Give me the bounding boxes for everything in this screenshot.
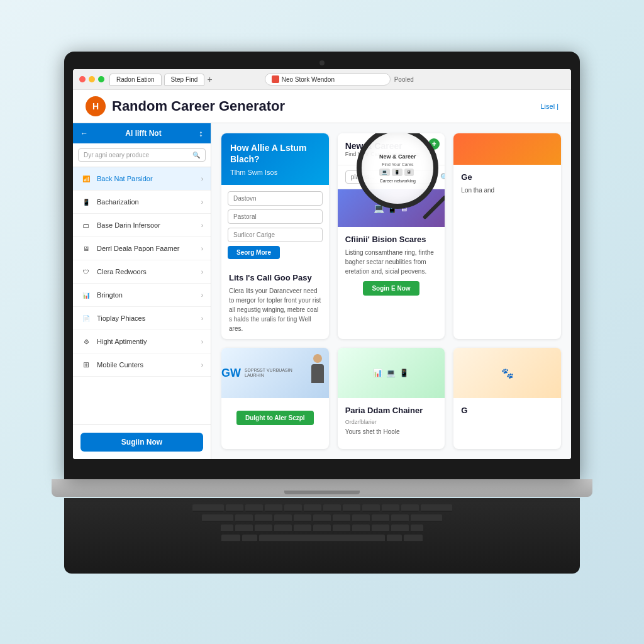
browser-tab-1[interactable]: Radon Eation xyxy=(109,74,162,86)
key-backspace xyxy=(421,504,452,512)
sidebar-search-input[interactable]: Dyr agni oeary produce 🔍 xyxy=(78,148,206,162)
laptop-hinge xyxy=(284,491,360,494)
site-logo: H Random Career Generator xyxy=(86,96,285,116)
laptop-camera xyxy=(319,60,325,65)
news-cta-button[interactable]: Sogin E Now xyxy=(363,281,419,296)
laptop-screen: Radon Eation Step Find + Neo Stork Wendo… xyxy=(73,69,571,459)
key-j xyxy=(352,514,370,522)
card-form-input-1[interactable] xyxy=(228,191,323,206)
key-c xyxy=(274,525,292,532)
row2-cta-button[interactable]: Dulght to Aler Sczpl xyxy=(236,411,314,425)
chevron-icon-5: › xyxy=(201,269,203,275)
key-e xyxy=(265,504,282,512)
chevron-icon-3: › xyxy=(201,222,203,229)
row2-logo-subtitle: SDPRSST VURBUASIN LAURHIN xyxy=(245,368,303,379)
key-alt xyxy=(242,535,257,542)
search-placeholder: Dyr agni oeary produce xyxy=(84,152,149,158)
chevron-icon-2: › xyxy=(201,199,203,206)
key-g xyxy=(313,514,331,522)
nav-label-3: Base Darin Infersoor xyxy=(97,221,160,229)
news-card-body-text: Listing consamthane ring, finthe bagher … xyxy=(345,248,438,276)
main-layout: ← Al lifft Not ↕ Dyr agni oeary produce … xyxy=(73,123,571,459)
minimize-dot[interactable] xyxy=(89,76,95,82)
nav-item-6[interactable]: Brington › xyxy=(73,284,211,307)
nav-label-7: Tioplay Phiaces xyxy=(97,314,145,322)
key-m xyxy=(352,525,370,532)
main-content: How Allie A Lstum Blach? Tlhm Swm Isos S… xyxy=(211,123,571,459)
nav-item-4[interactable]: Derrl Deala Papon Faamer › xyxy=(73,237,211,260)
favicon-icon xyxy=(272,75,279,83)
news-card-body: Cfiinii' Bision Scares Listing consamtha… xyxy=(338,227,445,308)
key-h xyxy=(333,514,350,522)
nav-icon-7 xyxy=(80,313,92,324)
laptop-keyboard xyxy=(64,498,580,574)
close-dot[interactable] xyxy=(79,76,86,82)
key-o xyxy=(382,504,399,512)
key-period xyxy=(391,525,409,532)
maximize-dot[interactable] xyxy=(98,76,104,82)
nav-item-2[interactable]: Bacharization › xyxy=(73,191,211,214)
site-header: H Random Career Generator Lisel | xyxy=(73,90,571,123)
third-card-text: Lon tha and xyxy=(461,186,553,195)
key-alt-r xyxy=(387,535,402,542)
key-comma xyxy=(372,525,389,532)
card-form-input-2[interactable] xyxy=(228,209,323,224)
chevron-icon-4: › xyxy=(201,245,203,252)
nav-item-1[interactable]: Back Nat Parsidor › xyxy=(73,167,211,191)
key-s xyxy=(255,514,272,522)
key-k xyxy=(372,514,389,522)
key-u xyxy=(343,504,360,512)
magnify-handle xyxy=(423,195,445,220)
key-ctrl xyxy=(221,535,240,542)
nav-item-8[interactable]: Hight Aptimentiy › xyxy=(73,330,211,353)
nav-item-7[interactable]: Tioplay Phiaces › xyxy=(73,307,211,330)
nav-icon-1 xyxy=(80,173,92,184)
card-form-button[interactable]: Seorg More xyxy=(228,246,280,259)
featured-card-subtitle: Tlhm Swm Isos xyxy=(230,169,320,176)
row2-card-1-body: Dulght to Aler Sczpl xyxy=(221,398,329,438)
featured-card-body: Lits I's Call Goo Pasy Clera lits your D… xyxy=(221,265,329,339)
nav-icon-5 xyxy=(80,266,92,277)
news-card: New & Career Find Your Cares Nemenrating… xyxy=(338,133,445,339)
nav-label-2: Bacharization xyxy=(97,198,139,206)
row2-card-3-body: G xyxy=(453,398,561,426)
site-header-link[interactable]: Lisel | xyxy=(540,103,558,110)
key-space xyxy=(259,535,385,542)
nav-label-9: Mobile Cunters xyxy=(97,361,143,369)
new-tab-button[interactable]: + xyxy=(207,74,212,84)
featured-card-form: Seorg More xyxy=(221,185,329,265)
nav-item-3[interactable]: Base Darin Infersoor › xyxy=(73,214,211,237)
row2-card-3-title: G xyxy=(461,406,553,415)
chevron-icon-6: › xyxy=(201,292,203,299)
nav-icon-8 xyxy=(80,336,92,347)
key-a xyxy=(235,514,253,522)
featured-card-body-text: Clera lits your Darancveer need to mergo… xyxy=(229,286,321,333)
keyboard-row-1 xyxy=(77,504,567,512)
third-card-header xyxy=(453,133,561,165)
featured-card-header: How Allie A Lstum Blach? Tlhm Swm Isos xyxy=(221,133,329,185)
nav-item-9[interactable]: Mobile Cunters › xyxy=(73,353,211,377)
person-figure xyxy=(307,354,328,392)
search-icon: 🔍 xyxy=(192,152,200,158)
back-button[interactable]: ← xyxy=(80,129,88,138)
chevron-icon-7: › xyxy=(201,315,203,322)
nav-icon-4 xyxy=(80,243,92,254)
key-y xyxy=(323,504,341,512)
card-form-input-3[interactable] xyxy=(228,228,323,242)
nav-item-5[interactable]: Clera Redwoors › xyxy=(73,260,211,284)
sort-icon[interactable]: ↕ xyxy=(199,128,203,138)
site-title: Random Career Generator xyxy=(112,98,285,114)
address-input[interactable]: Neo Stork Wendon xyxy=(265,73,391,86)
key-tab xyxy=(192,504,224,512)
person-head xyxy=(313,354,322,363)
row2-card-2-title: Paria Ddam Chainer xyxy=(345,406,438,415)
browser-tab-2[interactable]: Step Find xyxy=(164,74,205,86)
third-card-body: Ge Lon tha and xyxy=(453,165,561,208)
row2-card-1-image: GW SDPRSST VURBUASIN LAURHIN xyxy=(221,348,329,398)
sidebar-cta-button[interactable]: Sugiin Now xyxy=(80,433,203,452)
nav-icon-9 xyxy=(80,359,92,370)
browser-tabs: Radon Eation Step Find + xyxy=(109,74,260,86)
address-bar: Neo Stork Wendon Pooled xyxy=(265,73,565,86)
browser-chrome: Radon Eation Step Find + Neo Stork Wendo… xyxy=(73,69,571,90)
row2-card-2-subtitle: Ordzrfblarier xyxy=(345,419,438,425)
